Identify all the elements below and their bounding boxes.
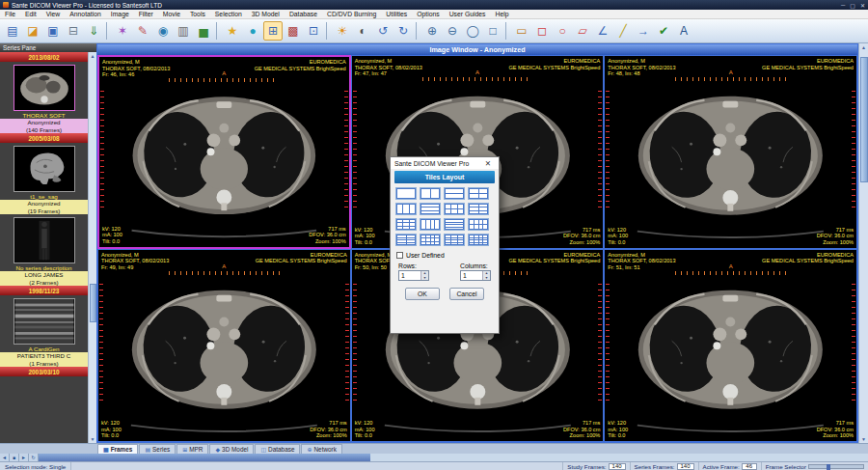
menu-item[interactable]: Filter — [134, 10, 158, 18]
scroll-up-icon[interactable]: ▲ — [859, 43, 868, 51]
film-icon[interactable]: ▥ — [174, 21, 193, 41]
menu-item[interactable]: Annotation — [65, 10, 106, 18]
scrollbar-thumb[interactable] — [860, 57, 868, 182]
histogram-icon[interactable]: ▅ — [194, 21, 213, 41]
viewer-scrollbar[interactable]: ▲ ▼ — [858, 43, 868, 443]
scroll-down-icon[interactable]: ▼ — [89, 435, 96, 443]
study-date-header[interactable]: 2013/08/02 — [0, 52, 88, 62]
print-icon[interactable]: ⊟ — [64, 21, 83, 41]
zoom-in-icon[interactable]: ⊕ — [422, 21, 442, 41]
cine-prev-button[interactable]: ◄ — [0, 454, 10, 461]
frame-selector-slider[interactable] — [808, 464, 864, 469]
tile-layout-option[interactable] — [444, 187, 465, 200]
roi-ellipse-icon[interactable]: ○ — [553, 21, 572, 41]
ok-button[interactable]: OK — [405, 288, 440, 300]
star-icon[interactable]: ★ — [223, 21, 242, 41]
tab-mpr[interactable]: ⊞ MPR — [176, 444, 208, 454]
eye-icon[interactable]: ◉ — [153, 21, 173, 41]
menu-item[interactable]: User Guides — [445, 10, 491, 18]
series-thumbnail[interactable] — [14, 217, 75, 263]
text-tool-icon[interactable]: A — [674, 21, 693, 41]
series-patient[interactable]: Anonymized — [0, 119, 88, 126]
columns-spinner[interactable]: 1 ▲▼ — [460, 270, 491, 281]
tile-layout-option[interactable] — [395, 203, 417, 215]
ruler-icon[interactable]: ╱ — [613, 21, 633, 41]
scroll-down-icon[interactable]: ▼ — [859, 435, 868, 443]
image-tile[interactable]: A Anonymized, M THORAX SOFT, 08/02/2013 … — [97, 55, 351, 249]
globe-icon[interactable]: ● — [243, 21, 262, 41]
tile-layout-option[interactable] — [468, 218, 489, 231]
cine-stop-button[interactable]: ■ — [10, 454, 19, 461]
menu-item[interactable]: 3D Model — [247, 10, 285, 18]
menu-item[interactable]: View — [41, 10, 66, 18]
tile-layout-option[interactable] — [420, 218, 441, 231]
image-tile[interactable]: A Anonymized, M THORAX SOFT, 08/02/2013 … — [604, 55, 857, 249]
contrast-icon[interactable]: ◐ — [353, 21, 372, 41]
tile-layout-option[interactable] — [444, 203, 465, 215]
dialog-close-icon[interactable]: ✕ — [481, 157, 495, 169]
menu-item[interactable]: File — [0, 10, 20, 18]
menu-item[interactable]: Tools — [185, 10, 210, 18]
frame-scrollbar-track[interactable] — [39, 454, 868, 461]
image-tile[interactable]: A Anonymized, M THORAX SOFT, 08/02/2013 … — [97, 249, 351, 443]
tile-layout-option[interactable] — [420, 234, 441, 246]
scroll-up-icon[interactable]: ▲ — [89, 52, 96, 60]
tile-layout-option[interactable] — [420, 187, 441, 200]
slider-thumb[interactable] — [827, 464, 830, 470]
check-icon[interactable]: ✔ — [654, 21, 673, 41]
annotate-pen-icon[interactable]: ✎ — [133, 21, 152, 41]
rows-value[interactable]: 1 — [399, 271, 420, 280]
series-thumbnail[interactable] — [14, 65, 75, 111]
tile-layout-option[interactable] — [395, 234, 417, 246]
menu-item[interactable]: Options — [412, 10, 444, 18]
image-window-title[interactable]: Image Window - Anonymized — [97, 44, 857, 55]
menu-item[interactable]: CD/DVD Burning — [322, 10, 381, 18]
columns-value[interactable]: 1 — [461, 271, 482, 280]
series-patient[interactable]: PATIENT3 THIRD C — [0, 352, 88, 360]
series-patient[interactable]: LONG JAMES — [0, 271, 88, 279]
menu-item[interactable]: Movie — [158, 10, 185, 18]
grid-dots-icon[interactable]: ▩ — [284, 21, 303, 41]
tile-layout-option[interactable] — [444, 234, 465, 246]
open-study-icon[interactable]: ◪ — [23, 21, 42, 41]
patient-list-icon[interactable]: ▤ — [3, 21, 22, 41]
rows-spinner[interactable]: 1 ▲▼ — [398, 270, 429, 281]
dual-monitor-icon[interactable]: ⊡ — [304, 21, 323, 41]
roi-polygon-icon[interactable]: ▱ — [573, 21, 592, 41]
menu-item[interactable]: Selection — [210, 10, 247, 18]
maximize-button[interactable]: ▢ — [850, 2, 855, 9]
user-defined-checkbox[interactable] — [396, 252, 403, 259]
menu-item[interactable]: Database — [285, 10, 322, 18]
image-tile[interactable]: A Anonymized, M THORAX SOFT, 08/02/2013 … — [604, 249, 857, 443]
series-patient[interactable]: Anonymized — [0, 200, 88, 207]
series-name[interactable]: No series description — [0, 264, 88, 271]
tile-layout-option[interactable] — [444, 218, 465, 231]
tile-layout-option[interactable] — [468, 234, 489, 246]
tab-network[interactable]: ⊕ Network — [301, 444, 341, 454]
tile-layout-option[interactable] — [420, 203, 441, 215]
menu-item[interactable]: Help — [490, 10, 513, 18]
wand-icon[interactable]: ✶ — [113, 21, 132, 41]
frame-scrollbar-thumb[interactable] — [39, 454, 370, 461]
series-thumbnail[interactable] — [14, 298, 75, 345]
menu-item[interactable]: Image — [106, 10, 134, 18]
close-button[interactable]: ✕ — [860, 2, 865, 9]
tile-layout-option[interactable] — [395, 187, 417, 200]
series-name[interactable]: THORAX SOFT — [0, 112, 88, 119]
brightness-icon[interactable]: ☀ — [333, 21, 352, 41]
rotate-right-icon[interactable]: ↻ — [393, 21, 413, 41]
cine-loop-button[interactable]: ↻ — [29, 454, 39, 461]
series-name[interactable]: t1_se_sag — [0, 193, 88, 200]
rotate-left-icon[interactable]: ↺ — [373, 21, 393, 41]
cancel-button[interactable]: Cancel — [449, 288, 484, 300]
magnifier-icon[interactable]: ◯ — [463, 21, 482, 41]
study-date-header[interactable]: 2005/03/08 — [0, 133, 88, 143]
arrow-annotation-icon[interactable]: → — [634, 21, 653, 41]
series-name[interactable]: A CardiGen — [0, 346, 88, 352]
menu-item[interactable]: Utilities — [381, 10, 412, 18]
tab-frames[interactable]: ▦ Frames — [97, 444, 138, 454]
select-rect-icon[interactable]: ▭ — [512, 21, 531, 41]
tile-layout-option[interactable] — [395, 218, 417, 231]
series-pane-scrollbar[interactable]: ▲ ▼ — [88, 52, 96, 443]
roi-rect-icon[interactable]: ◻ — [532, 21, 552, 41]
